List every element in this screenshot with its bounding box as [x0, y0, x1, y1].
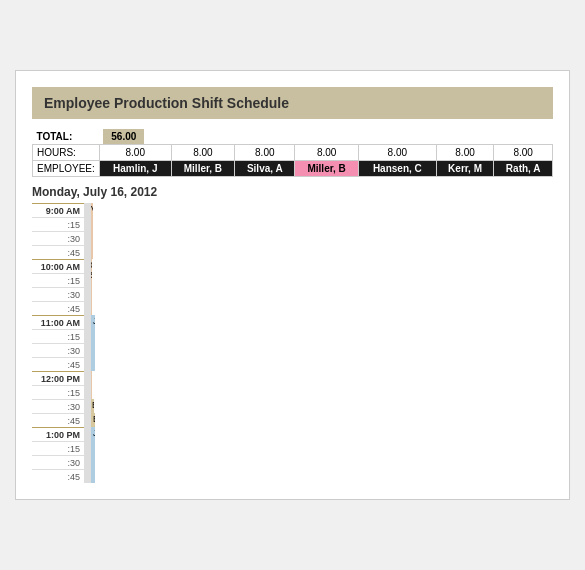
- emp-miller1: Miller, B: [171, 161, 235, 177]
- time-115: :15: [32, 441, 84, 455]
- hours-label: HOURS:: [33, 145, 100, 161]
- time-1230: :30: [32, 399, 84, 413]
- time-1045: :45: [32, 301, 84, 315]
- emp-hamlin: Hamlin, J: [99, 161, 171, 177]
- time-130: :30: [32, 455, 84, 469]
- time-1115: :15: [32, 329, 84, 343]
- time-1030: :30: [32, 287, 84, 301]
- total-label: TOTAL:: [33, 129, 100, 145]
- time-145: :45: [32, 469, 84, 483]
- col-rath: Janitor Break Janitor: [90, 203, 91, 483]
- time-1245: :45: [32, 413, 84, 427]
- time-1215: :15: [32, 385, 84, 399]
- schedule-grid: 9:00 AM :15 :30 :45 10:00 AM :15 :30 :45…: [32, 203, 553, 483]
- emp-rath: Rath, A: [494, 161, 553, 177]
- time-column: 9:00 AM :15 :30 :45 10:00 AM :15 :30 :45…: [32, 203, 84, 483]
- hours-kerr: 8.00: [436, 145, 494, 161]
- emp-miller2: Miller, B: [295, 161, 359, 177]
- hours-hamlin: 8.00: [99, 145, 171, 161]
- emp-hansen: Hansen, C: [358, 161, 436, 177]
- time-930: :30: [32, 231, 84, 245]
- employee-label: EMPLOYEE:: [33, 161, 100, 177]
- summary-table: TOTAL: 56.00 HOURS: 8.00 8.00 8.00 8.00 …: [32, 129, 553, 177]
- time-900: 9:00 AM: [32, 203, 84, 217]
- time-1130: :30: [32, 343, 84, 357]
- total-value: 56.00: [103, 129, 144, 144]
- page-container: Employee Production Shift Schedule TOTAL…: [15, 70, 570, 500]
- time-1145: :45: [32, 357, 84, 371]
- time-915: :15: [32, 217, 84, 231]
- hours-hansen: 8.00: [358, 145, 436, 161]
- hours-miller2: 8.00: [295, 145, 359, 161]
- time-1100: 11:00 AM: [32, 315, 84, 329]
- time-945: :45: [32, 245, 84, 259]
- block-rath-janitor2: Janitor: [91, 427, 95, 483]
- hours-rath: 8.00: [494, 145, 553, 161]
- hours-silva: 8.00: [235, 145, 295, 161]
- page-title: Employee Production Shift Schedule: [32, 87, 553, 119]
- time-1000: 10:00 AM: [32, 259, 84, 273]
- block-rath-break: Break: [91, 413, 95, 427]
- hours-miller1: 8.00: [171, 145, 235, 161]
- time-1200: 12:00 PM: [32, 371, 84, 385]
- date-header: Monday, July 16, 2012: [32, 185, 553, 199]
- emp-silva: Silva, A: [235, 161, 295, 177]
- emp-kerr: Kerr, M: [436, 161, 494, 177]
- block-rath-janitor1: Janitor: [91, 315, 95, 371]
- time-1015: :15: [32, 273, 84, 287]
- time-100: 1:00 PM: [32, 427, 84, 441]
